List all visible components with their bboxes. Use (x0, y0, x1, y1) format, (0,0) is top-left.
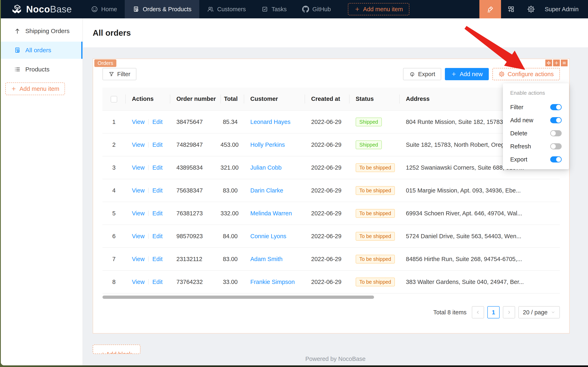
table-row[interactable]: 1 ViewEdit 38475647 85.34 Leonard Hayes … (102, 110, 560, 133)
status-cell: To be shipped (349, 179, 399, 202)
edit-link[interactable]: Edit (152, 210, 162, 217)
sidebar-item-products[interactable]: Products (1, 61, 83, 78)
sidebar-add-menu-item-button[interactable]: Add menu item (5, 83, 65, 95)
toggle-knob (556, 118, 561, 123)
customer-cell: Melinda Warren (244, 202, 305, 225)
page-number-button[interactable]: 1 (487, 306, 500, 318)
nav-item-home[interactable]: Home (83, 0, 125, 18)
created-at-cell: 2022-06-29 (305, 156, 349, 179)
sidebar: Shipping Orders All orders (1, 18, 83, 365)
add-block-button[interactable]: + Add block (93, 344, 141, 354)
edit-link[interactable]: Edit (152, 187, 162, 194)
table-row[interactable]: 3 ViewEdit 43895834 321.00 Julian Cobb 2… (102, 156, 560, 179)
plugin-manager-button[interactable] (507, 5, 515, 13)
team-icon (207, 6, 214, 13)
cloud-download-icon (409, 71, 415, 77)
table-row[interactable]: 5 ViewEdit 76381273 332.00 Melinda Warre… (102, 202, 560, 225)
view-link[interactable]: View (132, 187, 144, 194)
powered-by-footer: Powered by NocoBase (83, 356, 588, 362)
view-link[interactable]: View (132, 142, 144, 148)
document-check-icon (133, 6, 139, 13)
next-page-button[interactable] (503, 306, 515, 318)
add-block-designer-button[interactable] (553, 60, 560, 66)
table-row[interactable]: 4 ViewEdit 75638347 83.00 Darin Clarke 2… (102, 179, 560, 202)
table-row[interactable]: 8 ViewEdit 73764232 33.00 Frankie Simpso… (102, 270, 560, 293)
drag-handle[interactable] (545, 60, 552, 66)
view-link[interactable]: View (132, 164, 144, 171)
customer-link[interactable]: Connie Lyons (250, 233, 286, 239)
column-header-actions[interactable]: Actions (125, 88, 170, 110)
table-row[interactable]: 2 ViewEdit 74829847 453.00 Holly Perkins… (102, 133, 560, 156)
nav-add-menu-item-button[interactable]: Add menu item (348, 3, 409, 15)
column-header-customer[interactable]: Customer (244, 88, 305, 110)
customer-link[interactable]: Adam Smith (250, 256, 283, 262)
user-menu[interactable]: Super Admin (541, 6, 588, 13)
view-link[interactable]: View (132, 256, 144, 262)
add-new-button[interactable]: Add new (445, 68, 489, 80)
edit-link[interactable]: Edit (152, 279, 162, 285)
customer-link[interactable]: Frankie Simpson (250, 279, 295, 285)
view-link[interactable]: View (132, 119, 144, 125)
customer-link[interactable]: Melinda Warren (250, 210, 292, 217)
toggle-switch[interactable] (550, 104, 562, 110)
column-header-order-number[interactable]: Order number (170, 88, 220, 110)
status-cell: To be shipped (349, 156, 399, 179)
main-area: All orders Orders (83, 18, 588, 365)
row-actions: ViewEdit (125, 110, 170, 133)
configure-actions-button[interactable]: Configure actions (492, 68, 560, 80)
column-header-created-at[interactable]: Created at (305, 88, 349, 110)
row-actions: ViewEdit (125, 179, 170, 202)
divider (148, 165, 149, 170)
chevron-left-icon (476, 310, 480, 315)
edit-link[interactable]: Edit (152, 164, 162, 171)
table-row[interactable]: 7 ViewEdit 23132112 83.00 Adam Smith 202… (102, 248, 560, 270)
customer-link[interactable]: Darin Clarke (250, 187, 283, 194)
toggle-switch[interactable] (550, 143, 562, 150)
divider (148, 211, 149, 216)
ui-editor-button[interactable] (479, 0, 501, 18)
table-row[interactable]: 6 ViewEdit 98570923 84.00 Connie Lyons 2… (102, 225, 560, 248)
order-number-cell: 76381273 (170, 202, 220, 225)
customer-link[interactable]: Holly Perkins (250, 142, 285, 148)
view-link[interactable]: View (132, 210, 144, 217)
view-link[interactable]: View (132, 279, 144, 285)
sidebar-item-shipping-orders[interactable]: Shipping Orders (1, 23, 83, 40)
nav-item-orders-products[interactable]: Orders & Products (125, 0, 199, 18)
customer-cell: Connie Lyons (244, 225, 305, 248)
cube-logo-icon (11, 5, 22, 14)
horizontal-scrollbar[interactable] (102, 296, 374, 299)
column-header-status[interactable]: Status (349, 88, 399, 110)
view-link[interactable]: View (132, 233, 144, 239)
customer-link[interactable]: Leonard Hayes (250, 119, 291, 125)
edit-link[interactable]: Edit (152, 142, 162, 148)
nav-item-tasks[interactable]: Tasks (253, 0, 294, 18)
filter-button[interactable]: Filter (102, 68, 136, 80)
export-button[interactable]: Export (403, 68, 441, 80)
block-settings-menu-button[interactable] (561, 60, 568, 66)
toggle-switch[interactable] (550, 156, 562, 162)
settings-button[interactable] (527, 5, 535, 13)
toggle-knob (556, 157, 561, 162)
page-size-select[interactable]: 20 / page (518, 306, 560, 318)
prev-page-button[interactable] (472, 306, 484, 318)
edit-link[interactable]: Edit (152, 256, 162, 262)
edit-link[interactable]: Edit (152, 119, 162, 125)
column-header-total[interactable]: Total (220, 88, 244, 110)
row-actions: ViewEdit (125, 156, 170, 179)
toggle-knob (551, 144, 556, 149)
customer-link[interactable]: Julian Cobb (250, 164, 282, 171)
nocobase-logo[interactable]: NocoBase (1, 0, 83, 18)
total-cell: 85.34 (220, 110, 244, 133)
nav-item-label: GitHub (312, 6, 331, 13)
nav-item-customers[interactable]: Customers (199, 0, 253, 18)
list-icon (14, 66, 21, 73)
nav-item-github[interactable]: GitHub (294, 0, 338, 18)
divider (148, 279, 149, 284)
toggle-switch[interactable] (550, 130, 562, 136)
select-all-checkbox[interactable] (111, 96, 117, 102)
toggle-switch[interactable] (550, 117, 562, 123)
sidebar-item-all-orders[interactable]: All orders (1, 42, 83, 59)
edit-link[interactable]: Edit (152, 233, 162, 239)
row-actions: ViewEdit (125, 270, 170, 293)
gear-icon (499, 71, 505, 77)
